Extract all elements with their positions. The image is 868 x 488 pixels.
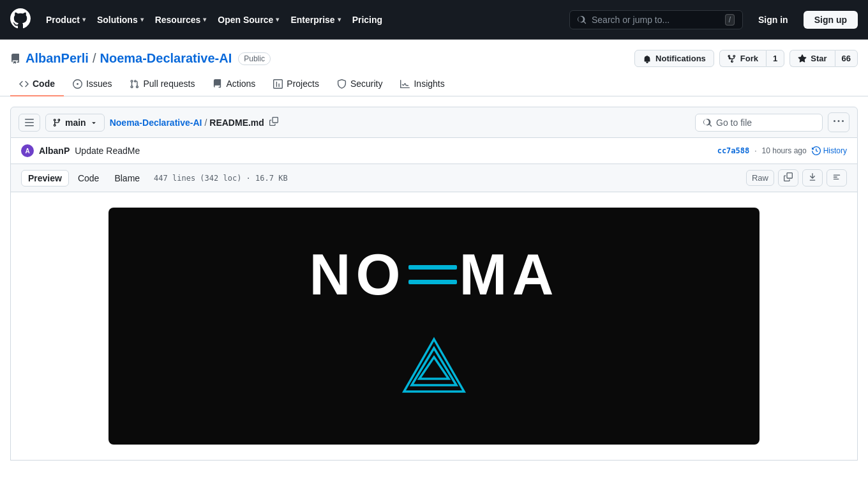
- copy-icon: [269, 117, 278, 126]
- go-to-file-button[interactable]: Go to file: [695, 114, 823, 132]
- raw-button[interactable]: Raw: [746, 170, 774, 186]
- file-path-separator: /: [204, 118, 207, 128]
- notifications-button[interactable]: Notifications: [634, 50, 714, 67]
- fork-group: Fork 1: [719, 50, 784, 67]
- noema-logo: NO MA: [310, 246, 559, 303]
- github-logo-icon: [10, 8, 31, 29]
- noema-line-bottom: [408, 280, 457, 284]
- nav-enterprise[interactable]: Enterprise ▾: [285, 11, 345, 29]
- commit-hash-link[interactable]: cc7a588: [717, 146, 750, 155]
- file-path-repo-link[interactable]: Noema-Declarative-AI: [110, 118, 202, 128]
- noema-triangle-svg: [399, 334, 469, 404]
- copy-raw-icon: [784, 172, 793, 181]
- tab-projects-label: Projects: [287, 79, 319, 89]
- more-options-button[interactable]: [828, 112, 849, 132]
- tab-insights[interactable]: Insights: [391, 72, 453, 96]
- nav-pricing-label: Pricing: [352, 15, 382, 25]
- noema-text-no: NO: [310, 246, 406, 303]
- inner-triangle: [419, 357, 449, 379]
- tab-insights-label: Insights: [414, 79, 444, 89]
- tab-security-label: Security: [350, 79, 383, 89]
- fork-icon: [728, 54, 737, 63]
- noema-symbol: [399, 334, 469, 406]
- nav-product-label: Product: [46, 15, 80, 25]
- repo-tabs: Code Issues Pull requests Actions Projec…: [0, 72, 868, 96]
- branch-selector[interactable]: main: [45, 114, 105, 132]
- nav-resources-label: Resources: [155, 15, 201, 25]
- code-icon: [19, 79, 29, 89]
- github-logo[interactable]: [10, 8, 31, 31]
- star-label: Star: [811, 54, 827, 63]
- repo-sep: /: [93, 51, 96, 66]
- search-icon: [578, 15, 587, 24]
- nav-pricing[interactable]: Pricing: [347, 11, 387, 29]
- nav-enterprise-chevron: ▾: [338, 16, 341, 23]
- fork-button[interactable]: Fork: [719, 50, 766, 67]
- copy-path-button[interactable]: [267, 116, 281, 129]
- repo-owner-link[interactable]: AlbanPerli: [26, 51, 89, 66]
- star-button[interactable]: Star: [789, 50, 834, 67]
- security-icon: [337, 79, 347, 89]
- history-icon: [812, 146, 821, 155]
- commit-bar: A AlbanP Update ReadMe cc7a588 · 10 hour…: [10, 138, 858, 164]
- search-shortcut-badge: /: [725, 14, 735, 26]
- outline-button[interactable]: [827, 169, 847, 187]
- code-tab-button[interactable]: Code: [71, 171, 105, 186]
- repo-action-buttons: Notifications Fork 1 Star 66: [634, 50, 858, 67]
- blame-tab-button[interactable]: Blame: [108, 171, 146, 186]
- file-path: Noema-Declarative-AI / README.md: [110, 116, 690, 129]
- sidebar-toggle-button[interactable]: [19, 114, 40, 132]
- nav-opensource[interactable]: Open Source ▾: [213, 11, 284, 29]
- branch-chevron-icon: [90, 119, 98, 126]
- star-group: Star 66: [789, 50, 858, 67]
- file-area: main Noema-Declarative-AI / README.md Go…: [0, 96, 868, 471]
- signup-button[interactable]: Sign up: [804, 11, 858, 29]
- commit-left: A AlbanP Update ReadMe: [21, 144, 140, 157]
- nav-product[interactable]: Product ▾: [41, 11, 91, 29]
- nav-solutions-label: Solutions: [97, 15, 138, 25]
- repo-name-link[interactable]: Noema-Declarative-AI: [100, 51, 232, 66]
- signin-button[interactable]: Sign in: [751, 11, 796, 28]
- noema-line-top: [408, 265, 457, 270]
- branch-icon: [52, 118, 61, 127]
- sidebar-toggle-icon: [24, 118, 34, 128]
- avatar: A: [21, 144, 34, 157]
- file-search-icon: [703, 118, 712, 127]
- noema-lines-decoration: [408, 265, 457, 284]
- search-box[interactable]: Search or jump to... /: [569, 10, 743, 29]
- search-placeholder: Search or jump to...: [592, 15, 720, 25]
- tab-security[interactable]: Security: [328, 72, 392, 96]
- notifications-label: Notifications: [655, 54, 706, 63]
- nav-search-area: Search or jump to... / Sign in Sign up: [398, 10, 858, 29]
- copy-raw-button[interactable]: [778, 169, 798, 187]
- actions-icon: [213, 79, 222, 89]
- noema-banner: NO MA: [108, 208, 760, 445]
- file-meta: 447 lines (342 loc) · 16.7 KB: [154, 174, 288, 183]
- file-path-filename: README.md: [209, 118, 264, 128]
- tab-issues-label: Issues: [86, 79, 112, 89]
- bell-icon: [643, 54, 652, 63]
- download-button[interactable]: [802, 169, 823, 187]
- tab-projects[interactable]: Projects: [264, 72, 328, 96]
- tab-actions[interactable]: Actions: [204, 72, 264, 96]
- repo-icon: [10, 54, 20, 64]
- tab-pullrequests[interactable]: Pull requests: [121, 72, 204, 96]
- tab-issues[interactable]: Issues: [64, 72, 121, 96]
- nav-resources[interactable]: Resources ▾: [150, 11, 212, 29]
- nav-solutions[interactable]: Solutions ▾: [92, 11, 149, 29]
- go-to-file-label: Go to file: [716, 118, 752, 128]
- commit-message: Update ReadMe: [75, 146, 140, 156]
- nav-solutions-chevron: ▾: [140, 16, 144, 23]
- nav-resources-chevron: ▾: [203, 16, 206, 23]
- tab-actions-label: Actions: [226, 79, 255, 89]
- repo-breadcrumb: AlbanPerli / Noema-Declarative-AI Public: [10, 51, 271, 66]
- top-nav: Product ▾ Solutions ▾ Resources ▾ Open S…: [0, 0, 868, 40]
- fork-label: Fork: [740, 54, 758, 63]
- history-button[interactable]: History: [812, 146, 847, 155]
- download-icon: [808, 172, 817, 181]
- nav-opensource-chevron: ▾: [276, 16, 279, 23]
- preview-tab-button[interactable]: Preview: [21, 170, 69, 187]
- pr-icon: [130, 79, 139, 89]
- tab-code[interactable]: Code: [10, 72, 64, 96]
- content-actions: Raw: [746, 169, 847, 187]
